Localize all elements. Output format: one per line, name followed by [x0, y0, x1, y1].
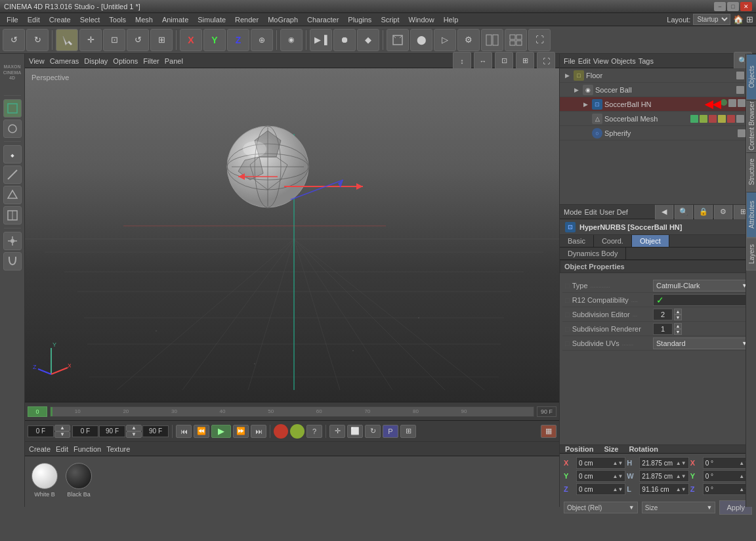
menu-select[interactable]: Select — [76, 15, 104, 24]
viewport-menu-display[interactable]: Display — [84, 57, 108, 65]
play-button[interactable]: ▶ — [211, 425, 231, 438]
menu-render[interactable]: Render — [231, 15, 262, 24]
mesh-tag5[interactable] — [727, 115, 735, 123]
coord-ry-value[interactable] — [705, 473, 740, 480]
mat-menu-function[interactable]: Function — [74, 445, 101, 453]
attr-search[interactable]: 🔍 — [675, 205, 693, 221]
coord-ry-input[interactable]: ▲▼ — [703, 470, 752, 482]
total-frames-input[interactable] — [142, 425, 169, 437]
view-split-button[interactable] — [481, 29, 503, 51]
menu-edit[interactable]: Edit — [24, 15, 44, 24]
coord-z-value[interactable] — [579, 486, 612, 493]
drag-button[interactable]: ✛ — [329, 425, 345, 438]
z-axis-button[interactable]: Z — [227, 29, 249, 51]
material-white[interactable]: White B — [32, 463, 58, 498]
viewport-icon-4[interactable]: ⊞ — [516, 52, 534, 70]
move-button[interactable]: ✛ — [79, 29, 102, 51]
menu-animate[interactable]: Animate — [158, 15, 192, 24]
obj-row-spherify[interactable]: ○ Spherify — [560, 126, 756, 141]
coord-x-input[interactable]: ▲▼ — [576, 457, 625, 469]
obj-row-soccerball-hn[interactable]: ▶ ⊡ SoccerBall HN ◀◀ 2 — [560, 97, 756, 112]
mat-menu-texture[interactable]: Texture — [106, 445, 130, 453]
right-tab-objects[interactable]: Objects — [746, 54, 756, 100]
obj-menu-tags[interactable]: Tags — [639, 57, 654, 65]
hn-vis-icon[interactable] — [728, 99, 736, 107]
render-button[interactable]: ▷ — [434, 29, 456, 51]
obj-menu-edit[interactable]: Edit — [578, 57, 591, 65]
mat-menu-create[interactable]: Create — [29, 445, 51, 453]
mode-paint-button[interactable] — [3, 119, 22, 138]
menu-character[interactable]: Character — [303, 15, 343, 24]
close-button[interactable]: ✕ — [740, 2, 752, 11]
obj-row-soccerball[interactable]: ▶ ◉ Soccer Ball — [560, 83, 756, 97]
coord-w-input[interactable]: ▲▼ — [639, 470, 688, 482]
scale-button[interactable]: ⊡ — [103, 29, 125, 51]
goto-end-button[interactable]: ⏭ — [251, 425, 266, 438]
attr-tab-basic[interactable]: Basic — [560, 235, 594, 247]
sb-vis-icon[interactable] — [736, 86, 744, 94]
menu-create[interactable]: Create — [45, 15, 75, 24]
timeline-play-range[interactable]: ▶▐ — [310, 29, 332, 51]
coord-mode-dropdown[interactable]: Object (Rel) ▼ — [564, 502, 638, 513]
viewport-menu-cameras[interactable]: Cameras — [50, 57, 79, 65]
rotate-button[interactable]: ↺ — [127, 29, 149, 51]
start-frame-input[interactable] — [72, 425, 98, 437]
render-settings-button[interactable]: ⚙ — [457, 29, 480, 51]
coord-h-value[interactable] — [642, 460, 675, 467]
view-perspective-button[interactable] — [387, 29, 409, 51]
right-tab-layers[interactable]: Layers — [746, 238, 756, 270]
attr-menu-mode[interactable]: Mode — [564, 208, 582, 216]
menu-file[interactable]: File — [3, 15, 22, 24]
obj-row-mesh[interactable]: △ Soccerball Mesh — [560, 112, 756, 126]
end-frame-input[interactable] — [99, 425, 125, 437]
coord-rx-value[interactable] — [705, 460, 740, 467]
spherify-vis[interactable] — [738, 129, 746, 137]
timeline-settings-button[interactable]: ▦ — [541, 425, 556, 438]
sub-editor-up[interactable]: ▲ — [674, 309, 682, 314]
attr-value-sub-uvs[interactable]: Standard ▼ — [653, 337, 751, 349]
coord-y-input[interactable]: ▲▼ — [576, 470, 625, 482]
end-frame-down-btn[interactable]: ▼ — [126, 431, 142, 438]
world-axis-button[interactable]: ⊕ — [251, 29, 273, 51]
obj-menu-file[interactable]: File — [564, 57, 576, 65]
attr-nav-back[interactable]: ◀ — [655, 205, 673, 221]
viewport-icon-2[interactable]: ↔ — [474, 52, 492, 70]
layout-dropdown[interactable]: Startup — [693, 14, 730, 25]
attr-value-type[interactable]: Catmull-Clark ▼ — [653, 280, 751, 292]
attr-tab-dynamics[interactable]: Dynamics Body — [560, 248, 626, 259]
menu-help[interactable]: Help — [440, 15, 463, 24]
sub-editor-down[interactable]: ▼ — [674, 314, 682, 320]
viewport-menu-filter[interactable]: Filter — [143, 57, 159, 65]
mat-menu-edit[interactable]: Edit — [56, 445, 68, 453]
menu-plugins[interactable]: Plugins — [344, 15, 375, 24]
menu-mograph[interactable]: MoGraph — [264, 15, 302, 24]
coord-rz-input[interactable]: ▲▼ — [703, 483, 752, 495]
attr-settings[interactable]: ⚙ — [714, 205, 732, 221]
right-tab-structure[interactable]: Structure — [746, 152, 756, 192]
keyframe-help-button[interactable]: ? — [306, 425, 322, 438]
coord-y-value[interactable] — [579, 473, 612, 480]
viewport-icon-3[interactable]: ⊡ — [495, 52, 513, 70]
frame-down-btn[interactable]: ▼ — [54, 431, 70, 438]
select-keyframe-button[interactable]: ⬜ — [347, 425, 363, 438]
coord-rx-input[interactable]: ▲▼ — [703, 457, 752, 469]
coord-x-value[interactable] — [579, 460, 612, 467]
redo-button[interactable]: ↻ — [26, 29, 49, 51]
end-frame-up-btn[interactable]: ▲ — [126, 425, 142, 431]
current-frame-input[interactable] — [28, 425, 54, 437]
hn-render-icon[interactable] — [738, 99, 746, 107]
render-view-button[interactable]: ⬤ — [410, 29, 432, 51]
obj-menu-view[interactable]: View — [593, 57, 609, 65]
menu-mesh[interactable]: Mesh — [131, 15, 157, 24]
floor-vis-icon[interactable] — [736, 72, 744, 79]
coord-rz-value[interactable] — [705, 486, 740, 493]
points-button[interactable]: ⬥ — [3, 145, 22, 163]
hn-tag-icon[interactable] — [721, 99, 727, 106]
next-frame-button[interactable]: ⏩ — [233, 425, 249, 438]
view-fullscreen-button[interactable]: ⛶ — [528, 29, 551, 51]
menu-script[interactable]: Script — [377, 15, 403, 24]
record-button[interactable] — [274, 424, 288, 439]
y-axis-button[interactable]: Y — [203, 29, 226, 51]
attr-menu-edit[interactable]: Edit — [585, 208, 597, 216]
sub-renderer-down[interactable]: ▼ — [674, 329, 682, 335]
